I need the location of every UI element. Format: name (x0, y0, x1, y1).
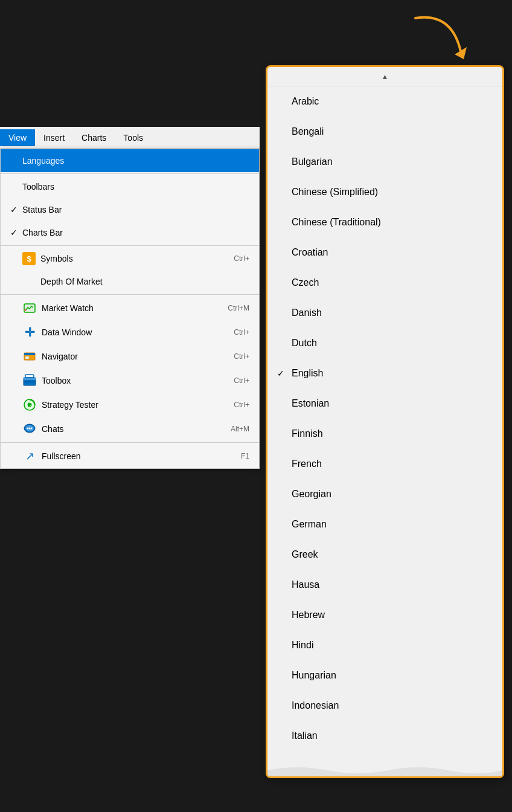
lang-item-greek[interactable]: Greek (267, 540, 502, 570)
label-indonesian: Indonesian (292, 700, 339, 711)
menu-item-strategy-tester[interactable]: Strategy Tester Ctrl+ (1, 393, 259, 417)
label-strategy-tester: Strategy Tester (42, 400, 234, 410)
arrow-indicator (403, 6, 476, 66)
scroll-up-icon: ▲ (382, 72, 389, 81)
menu-item-data-window[interactable]: ✛ Data Window Ctrl+ (1, 320, 259, 344)
label-bengali: Bengali (292, 126, 324, 137)
lang-item-hungarian[interactable]: Hungarian (267, 660, 502, 691)
divider-2 (1, 245, 259, 246)
lang-item-arabic[interactable]: Arabic (267, 86, 502, 117)
label-czech: Czech (292, 277, 319, 288)
svg-rect-5 (25, 356, 29, 359)
svg-point-14 (27, 428, 29, 430)
dropdown-menu: Languages Toolbars ✓ Status Bar ✓ Charts… (0, 149, 260, 469)
svg-point-16 (31, 428, 33, 430)
shortcut-data-window: Ctrl+ (234, 328, 249, 337)
label-danish: Danish (292, 308, 322, 318)
label-toolbars: Toolbars (22, 182, 249, 192)
lang-item-croatian[interactable]: Croatian (267, 237, 502, 268)
lang-item-chinese-simplified[interactable]: Chinese (Simplified) (267, 177, 502, 207)
lang-item-french[interactable]: French (267, 449, 502, 479)
menu-item-chats[interactable]: Chats Alt+M (1, 417, 259, 441)
label-english: English (292, 368, 323, 379)
label-charts-bar: Charts Bar (22, 228, 249, 237)
label-german: German (292, 519, 327, 530)
lang-item-english[interactable]: ✓ English (267, 358, 502, 388)
toolbox-icon (22, 373, 37, 388)
lang-item-dutch[interactable]: Dutch (267, 328, 502, 358)
shortcut-symbols: Ctrl+ (234, 254, 249, 263)
lang-item-hebrew[interactable]: Hebrew (267, 600, 502, 630)
lang-item-georgian[interactable]: Georgian (267, 479, 502, 509)
menu-item-fullscreen[interactable]: ↗ Fullscreen F1 (1, 444, 259, 468)
label-dutch: Dutch (292, 338, 317, 349)
menu-item-charts[interactable]: Charts (73, 129, 115, 146)
check-charts-bar: ✓ (10, 228, 22, 237)
panel-bottom (267, 764, 502, 776)
menu-item-toolbox[interactable]: Toolbox Ctrl+ (1, 369, 259, 393)
label-hungarian: Hungarian (292, 670, 336, 681)
svg-rect-4 (24, 353, 35, 355)
menu-item-market-watch[interactable]: Market Watch Ctrl+M (1, 296, 259, 320)
shortcut-market-watch: Ctrl+M (228, 304, 249, 312)
lang-item-danish[interactable]: Danish (267, 298, 502, 328)
symbols-icon: $ (22, 252, 36, 265)
label-chats: Chats (42, 424, 231, 434)
lang-scroll-up[interactable]: ▲ (267, 67, 502, 86)
svg-rect-8 (25, 375, 34, 378)
fullscreen-icon: ↗ (22, 449, 37, 463)
lang-item-hindi[interactable]: Hindi (267, 630, 502, 660)
menu-item-view[interactable]: View (0, 129, 35, 146)
label-bulgarian: Bulgarian (292, 156, 333, 167)
label-estonian: Estonian (292, 398, 329, 409)
chats-icon (22, 422, 37, 436)
label-languages: Languages (22, 156, 249, 166)
lang-item-finnish[interactable]: Finnish (267, 419, 502, 449)
menu-item-status-bar[interactable]: ✓ Status Bar (1, 198, 259, 221)
lang-item-chinese-traditional[interactable]: Chinese (Traditional) (267, 207, 502, 237)
menu-item-tools[interactable]: Tools (115, 129, 152, 146)
menu-item-insert[interactable]: Insert (35, 129, 73, 146)
label-toolbox: Toolbox (42, 376, 234, 385)
menu-item-toolbars[interactable]: Toolbars (1, 175, 259, 198)
navigator-icon (22, 349, 37, 364)
market-watch-icon (22, 301, 37, 315)
label-data-window: Data Window (42, 327, 234, 337)
label-hindi: Hindi (292, 640, 313, 651)
shortcut-strategy-tester: Ctrl+ (234, 401, 249, 409)
shortcut-navigator: Ctrl+ (234, 352, 249, 361)
arrow-svg (403, 6, 476, 66)
menu-item-depth-of-market[interactable]: Depth Of Market (1, 270, 259, 293)
data-window-icon: ✛ (22, 325, 37, 340)
label-finnish: Finnish (292, 428, 323, 439)
lang-item-indonesian[interactable]: Indonesian (267, 691, 502, 721)
shortcut-chats: Alt+M (231, 425, 249, 433)
wavy-bottom (267, 764, 502, 776)
label-depth-of-market: Depth Of Market (40, 277, 249, 286)
lang-item-italian[interactable]: Italian (267, 721, 502, 751)
lang-item-hausa[interactable]: Hausa (267, 570, 502, 600)
svg-point-15 (29, 428, 31, 430)
menu-item-languages[interactable]: Languages (1, 149, 259, 172)
divider-3 (1, 294, 259, 295)
shortcut-fullscreen: F1 (241, 452, 249, 460)
label-georgian: Georgian (292, 489, 331, 500)
lang-item-bengali[interactable]: Bengali (267, 117, 502, 147)
strategy-tester-icon (22, 398, 37, 412)
label-hebrew: Hebrew (292, 610, 325, 620)
label-chinese-traditional: Chinese (Traditional) (292, 217, 381, 228)
label-italian: Italian (292, 730, 318, 741)
language-list: Arabic Bengali Bulgarian Chinese (Simpli… (267, 86, 502, 751)
menu-item-symbols[interactable]: $ Symbols Ctrl+ (1, 247, 259, 270)
divider-1 (1, 173, 259, 174)
menu-item-navigator[interactable]: Navigator Ctrl+ (1, 344, 259, 369)
label-arabic: Arabic (292, 96, 319, 107)
menu-item-charts-bar[interactable]: ✓ Charts Bar (1, 221, 259, 244)
label-french: French (292, 459, 322, 469)
lang-item-estonian[interactable]: Estonian (267, 388, 502, 419)
svg-point-2 (25, 309, 27, 311)
label-market-watch: Market Watch (42, 303, 228, 313)
lang-item-czech[interactable]: Czech (267, 268, 502, 298)
lang-item-german[interactable]: German (267, 509, 502, 540)
lang-item-bulgarian[interactable]: Bulgarian (267, 147, 502, 177)
